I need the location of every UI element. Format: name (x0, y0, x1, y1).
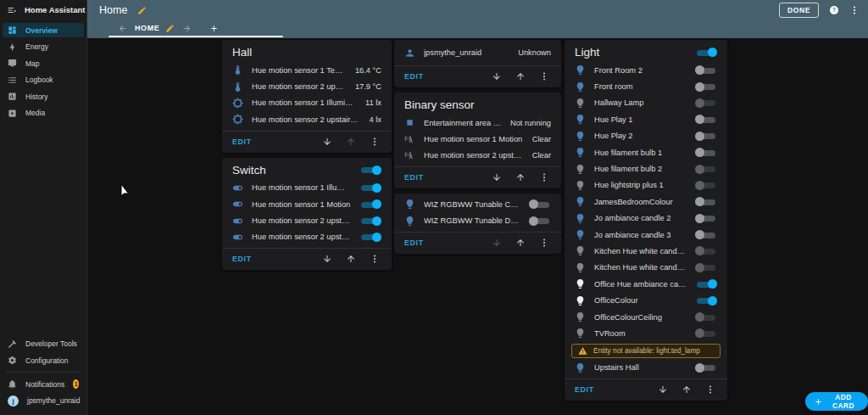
entity-row-office-hue-ambiance-candle-1[interactable]: Office Hue ambiance candle 1 (565, 276, 727, 292)
entity-row-hue-filament-bulb-1[interactable]: Hue filament bulb 1 (565, 144, 727, 160)
entity-toggle[interactable] (359, 182, 381, 193)
entity-row-kitchen-hue-white-candle-1[interactable]: Kitchen Hue white candle 1 (565, 243, 727, 259)
card-menu-icon[interactable] (539, 172, 549, 182)
entity-toggle[interactable] (695, 230, 717, 240)
arrow-down-icon[interactable] (322, 137, 332, 147)
entity-row-hue-motion-sensor-2-upstairs-temperature[interactable]: Hue motion sensor 2 upstairs Temperature… (222, 78, 392, 94)
entity-toggle[interactable] (359, 232, 381, 242)
sidebar-item-history[interactable]: History (3, 89, 84, 104)
sidebar-item-user[interactable]: j jpsmythe_unraid (3, 394, 84, 408)
edit-card-button[interactable]: EDIT (404, 173, 424, 182)
card-menu-icon[interactable] (370, 254, 380, 264)
entity-row-hue-motion-sensor-1-temperature[interactable]: Hue motion sensor 1 Temperature16.4 °C (222, 62, 392, 78)
arrow-up-icon[interactable] (346, 254, 356, 264)
entity-toggle[interactable] (695, 246, 717, 256)
entity-row-hue-lightstrip-plus-1[interactable]: Hue lightstrip plus 1 (565, 177, 727, 193)
entity-toggle[interactable] (695, 328, 717, 339)
card-menu-icon[interactable] (370, 137, 380, 147)
entity-row-kitchen-hue-white-candle-2[interactable]: Kitchen Hue white candle 2 (565, 260, 727, 276)
entity-row-hue-play-2[interactable]: Hue Play 2 (565, 128, 727, 144)
entity-toggle[interactable] (695, 65, 717, 76)
done-button[interactable]: DONE (779, 3, 819, 18)
arrow-left-icon[interactable] (118, 24, 127, 33)
entity-toggle[interactable] (359, 216, 381, 226)
arrow-up-icon[interactable] (515, 71, 526, 81)
entity-row-jo-ambiance-candle-2[interactable]: Jo ambiance candle 2 (565, 210, 727, 227)
card-menu-icon[interactable] (705, 384, 715, 395)
dots-vertical-icon[interactable] (849, 5, 860, 15)
entity-row-hue-play-1[interactable]: Hue Play 1 (565, 111, 727, 127)
entity-row-hue-motion-sensor-1-illuminance[interactable]: Hue motion sensor 1 Illuminance11 lx (222, 95, 392, 111)
entity-row-tvroom[interactable]: TVRoom (565, 325, 727, 341)
edit-card-button[interactable]: EDIT (404, 238, 424, 247)
entity-toggle[interactable] (529, 216, 551, 226)
arrow-down-icon[interactable] (492, 172, 502, 182)
arrow-down-icon[interactable] (492, 71, 502, 81)
card-header-toggle[interactable] (695, 48, 717, 58)
entity-toggle[interactable] (695, 197, 717, 207)
entity-toggle[interactable] (695, 131, 717, 141)
entity-row-officecolour[interactable]: OfficeColour (565, 292, 727, 308)
card-menu-icon[interactable] (539, 238, 549, 248)
entity-row-jpsmythe-unraid[interactable]: jpsmythe_unraidUnknown (394, 42, 561, 63)
entity-toggle[interactable] (695, 279, 717, 289)
entity-toggle[interactable] (695, 262, 717, 272)
sidebar-item-energy[interactable]: Energy (3, 40, 84, 54)
edit-card-button[interactable]: EDIT (232, 137, 252, 146)
entity-row-front-room[interactable]: Front room (565, 78, 727, 94)
arrow-right-icon[interactable] (182, 24, 192, 33)
sidebar-item-map[interactable]: Map (3, 56, 84, 70)
entity-row-entertainment-area-1-entertainment-configuration[interactable]: Entertainment area 1: Entertainment Conf… (394, 115, 561, 131)
entity-row-hue-filament-bulb-2[interactable]: Hue filament bulb 2 (565, 160, 727, 177)
edit-card-button[interactable]: EDIT (404, 72, 424, 81)
entity-row-wiz-rgbww-tunable-d217a7[interactable]: WIZ RGBWW Tunable D217A7 (394, 213, 561, 229)
add-card-button[interactable]: ADD CARD (805, 392, 868, 411)
entity-toggle[interactable] (359, 199, 381, 210)
entity-row-hue-motion-sensor-2-upstairs-illuminance[interactable]: Hue motion sensor 2 upstairs illuminance (222, 212, 392, 228)
entity-row-wiz-rgbww-tunable-c4e61d[interactable]: WIZ RGBWW Tunable C4E61D (394, 196, 561, 212)
sidebar-item-developer-tools[interactable]: Developer Tools (3, 337, 84, 351)
entity-toggle[interactable] (529, 199, 551, 210)
entity-toggle[interactable] (695, 213, 717, 223)
entity-toggle[interactable] (695, 148, 717, 158)
menu-icon[interactable] (7, 5, 17, 15)
arrow-down-icon[interactable] (322, 254, 332, 264)
pencil-icon[interactable] (137, 6, 147, 15)
entity-row-jamesbedroomcolour[interactable]: JamesBedroomColour (565, 193, 727, 210)
edit-card-button[interactable]: EDIT (575, 385, 594, 394)
entity-toggle[interactable] (695, 312, 717, 322)
tab-home[interactable]: HOME (135, 24, 175, 33)
entity-toggle[interactable] (695, 362, 717, 373)
entity-row-hue-motion-sensor-2-upstairs-motion[interactable]: Hue motion sensor 2 upstairs Motion (222, 229, 392, 245)
entity-row-jo-ambiance-candle-3[interactable]: Jo ambiance candle 3 (565, 227, 727, 243)
sidebar-item-logbook[interactable]: Logbook (3, 73, 84, 87)
add-view-button[interactable] (209, 24, 219, 33)
arrow-up-icon[interactable] (515, 172, 526, 182)
arrow-down-icon[interactable] (492, 238, 502, 248)
entity-toggle[interactable] (695, 115, 717, 125)
entity-toggle[interactable] (695, 164, 717, 174)
entity-toggle[interactable] (695, 180, 717, 190)
sidebar-item-overview[interactable]: Overview (3, 23, 84, 37)
entity-toggle[interactable] (695, 81, 717, 92)
entity-row-front-room-2[interactable]: Front Room 2 (565, 62, 727, 78)
entity-toggle[interactable] (695, 98, 717, 108)
entity-row-hue-motion-sensor-2-upstairs-motion[interactable]: Hue motion sensor 2 upstairs MotionClear (394, 148, 561, 164)
entity-row-hue-motion-sensor-1-motion[interactable]: Hue motion sensor 1 MotionClear (394, 131, 561, 147)
pencil-icon[interactable] (165, 24, 175, 33)
arrow-up-icon[interactable] (346, 137, 356, 147)
edit-card-button[interactable]: EDIT (232, 255, 252, 263)
entity-row-hallway-lamp[interactable]: Hallway Lamp (565, 95, 727, 111)
entity-row-hue-motion-sensor-1-motion[interactable]: Hue motion sensor 1 Motion (222, 196, 392, 212)
entity-row-hue-motion-sensor-2-upstairs-illuminance[interactable]: Hue motion sensor 2 upstairs illuminance… (222, 111, 392, 127)
sidebar-item-notifications[interactable]: Notifications 1 (3, 377, 84, 391)
sidebar-item-media[interactable]: Media (3, 106, 84, 121)
card-header-toggle[interactable] (359, 165, 381, 175)
entity-row-officecolourceiling[interactable]: OfficeColourCeiling (565, 309, 727, 325)
arrow-up-icon[interactable] (682, 384, 692, 395)
entity-row-upstairs-hall[interactable]: Upstairs Hall (565, 360, 727, 376)
help-circle-icon[interactable]: ? (829, 5, 839, 15)
entity-toggle[interactable] (695, 295, 717, 306)
entity-row-hue-motion-sensor-1-illuminance[interactable]: Hue motion sensor 1 Illuminance (222, 180, 392, 196)
card-menu-icon[interactable] (539, 71, 549, 81)
